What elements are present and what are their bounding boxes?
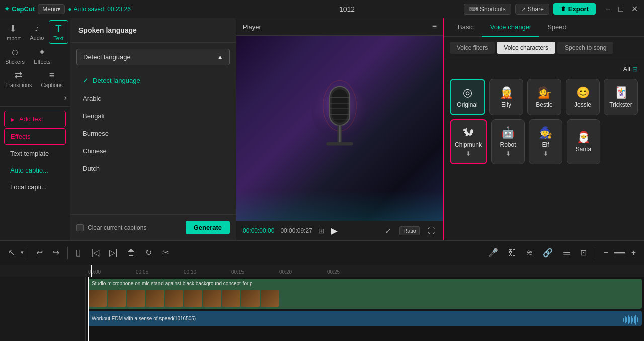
select-dropdown-arrow[interactable]: ▾ — [21, 249, 24, 256]
microphone-graphic — [304, 78, 375, 179]
fullscreen-button[interactable]: ⛶ — [426, 226, 437, 236]
export-icon: ⬆ — [560, 5, 566, 13]
tab-captions[interactable]: ≡ Captions — [37, 68, 66, 90]
player-menu-button[interactable]: ≡ — [432, 22, 437, 31]
timeline-ruler: 00:00 00:05 00:10 00:15 00:20 00:25 — [0, 265, 644, 277]
close-button[interactable]: ✕ — [629, 4, 640, 14]
wave-bar — [631, 316, 632, 324]
video-thumb-9 — [242, 290, 260, 307]
char-robot[interactable]: 🤖 Robot ⬇ — [491, 119, 525, 164]
sidebar-item-add-text[interactable]: ▶ Add text — [4, 111, 66, 127]
play-button[interactable]: ▶ — [331, 225, 338, 236]
top-bar-right: ⌨ Shortcuts ↗ Share ⬆ Export − □ ✕ — [464, 3, 640, 15]
all-filter: All ⊟ — [450, 65, 638, 73]
mic-button[interactable]: 🎤 — [484, 245, 502, 261]
wave-bar — [629, 317, 630, 323]
lang-burmese[interactable]: Burmese — [70, 125, 236, 142]
original-icon: ◎ — [463, 86, 472, 99]
minimize-button[interactable]: − — [604, 4, 612, 14]
tab-effects[interactable]: ✦ Effects — [30, 45, 54, 67]
maximize-button[interactable]: □ — [616, 4, 625, 14]
zoom-in-button[interactable]: + — [627, 245, 640, 261]
split-button-1[interactable]: ⌷ — [72, 245, 85, 261]
playhead-cursor[interactable] — [88, 277, 89, 341]
ratio-button[interactable]: Ratio — [399, 226, 420, 235]
tab-transitions[interactable]: ⇄ Transitions — [1, 68, 36, 90]
undo-button[interactable]: ↩ — [32, 245, 47, 261]
zoom-slider[interactable]: ━━ — [614, 247, 625, 259]
split-button-3[interactable]: ▷| — [105, 245, 121, 261]
tab-stickers[interactable]: ☺ Stickers — [1, 45, 29, 67]
video-thumb-8 — [222, 290, 240, 307]
timeline-cursor[interactable] — [91, 265, 92, 277]
share-button[interactable]: ↗ Share — [515, 4, 549, 15]
chevron-up-icon: ▲ — [217, 53, 223, 61]
elf-icon: 🧙 — [539, 126, 552, 139]
tab-audio[interactable]: ♪ Audio — [26, 21, 48, 43]
lang-chinese[interactable]: Chinese — [70, 142, 236, 160]
filter-icon[interactable]: ⊟ — [632, 65, 638, 73]
link-button[interactable]: 🔗 — [539, 245, 557, 261]
crop-button[interactable]: ✂ — [158, 245, 173, 261]
char-elfy[interactable]: 🧝 Elfy — [489, 79, 523, 115]
menu-button[interactable]: Menu▾ — [38, 4, 65, 14]
subtab-voice-characters[interactable]: Voice characters — [497, 42, 555, 54]
stickers-icon: ☺ — [10, 47, 19, 58]
rotate-button[interactable]: ↻ — [141, 245, 156, 261]
tab-voice-changer[interactable]: Voice changer — [482, 18, 539, 37]
char-chipmunk[interactable]: 🐿 Chipmunk ⬇ — [450, 119, 487, 164]
shortcuts-button[interactable]: ⌨ Shortcuts — [464, 4, 511, 15]
tab-basic[interactable]: Basic — [450, 18, 482, 37]
char-bestie[interactable]: 💁 Bestie — [527, 79, 561, 115]
ruler-tick-2: 00:10 — [184, 269, 231, 275]
subtab-voice-filters[interactable]: Voice filters — [450, 42, 495, 54]
language-dropdown[interactable]: Detect language ▲ — [76, 49, 230, 65]
caption-tool-button[interactable]: ⊡ — [576, 245, 591, 261]
subtab-speech-to-song[interactable]: Speech to song — [557, 42, 613, 54]
lang-dutch[interactable]: Dutch — [70, 160, 236, 178]
wave-bar — [623, 318, 624, 322]
download-icon: ⬇ — [543, 150, 548, 157]
svg-rect-2 — [332, 89, 347, 123]
total-time: 00:00:09:27 — [280, 227, 312, 234]
tab-import[interactable]: ⬇ Import — [1, 21, 25, 43]
sidebar-item-text-template[interactable]: Text template — [4, 146, 66, 161]
sidebar-item-effects[interactable]: Effects — [4, 128, 66, 145]
wave-bar — [625, 316, 626, 323]
timeline-tracks: Studio microphone on mic stand against b… — [86, 277, 644, 341]
split-track-button[interactable]: ⚌ — [559, 245, 574, 261]
fullscreen-fit-button[interactable]: ⤢ — [383, 226, 393, 236]
char-original[interactable]: ◎ Original — [450, 79, 485, 115]
delete-button[interactable]: 🗑 — [123, 245, 139, 261]
tab-speed[interactable]: Speed — [539, 18, 575, 37]
lang-detect[interactable]: ✓ Detect language — [70, 71, 236, 90]
tab-text[interactable]: T Text — [49, 20, 68, 44]
right-panel: Basic Voice changer Speed Voice filters … — [443, 18, 644, 240]
track-type-button[interactable]: ≋ — [522, 245, 537, 261]
generate-button[interactable]: Generate — [186, 221, 230, 234]
download-icon: ⬇ — [466, 150, 471, 157]
right-toolbar: 🎤 ⛓ ≋ 🔗 ⚌ ⊡ − ━━ + — [484, 245, 640, 261]
select-tool-button[interactable]: ↖ — [4, 245, 19, 261]
lang-arabic[interactable]: Arabic — [70, 90, 236, 107]
char-elf[interactable]: 🧙 Elf ⬇ — [529, 119, 562, 164]
link-tracks-button[interactable]: ⛓ — [504, 245, 520, 261]
video-thumb-1 — [89, 290, 107, 307]
char-trickster[interactable]: 🃏 Trickster — [604, 79, 638, 115]
sidebar-item-auto-caption[interactable]: Auto captio... — [4, 162, 66, 178]
char-jessie[interactable]: 😊 Jessie — [566, 79, 600, 115]
sidebar-item-local-caption[interactable]: Local capti... — [4, 179, 66, 195]
audio-track[interactable]: Workout EDM with a sense of speed(101650… — [88, 311, 642, 326]
divider — [67, 247, 68, 259]
voice-sub-tabs: Voice filters Voice characters Speech to… — [444, 37, 644, 59]
clear-captions-checkbox[interactable] — [76, 224, 84, 231]
export-button[interactable]: ⬆ Export — [553, 3, 596, 15]
zoom-out-button[interactable]: − — [599, 245, 612, 261]
redo-button[interactable]: ↪ — [49, 245, 63, 261]
video-track[interactable]: Studio microphone on mic stand against b… — [88, 279, 642, 309]
lang-bengali[interactable]: Bengali — [70, 107, 236, 125]
char-santa[interactable]: 🎅 Santa — [567, 119, 600, 164]
split-button-2[interactable]: |◁ — [87, 245, 103, 261]
wave-bar — [628, 315, 629, 324]
more-tabs-button[interactable]: › — [62, 91, 69, 104]
